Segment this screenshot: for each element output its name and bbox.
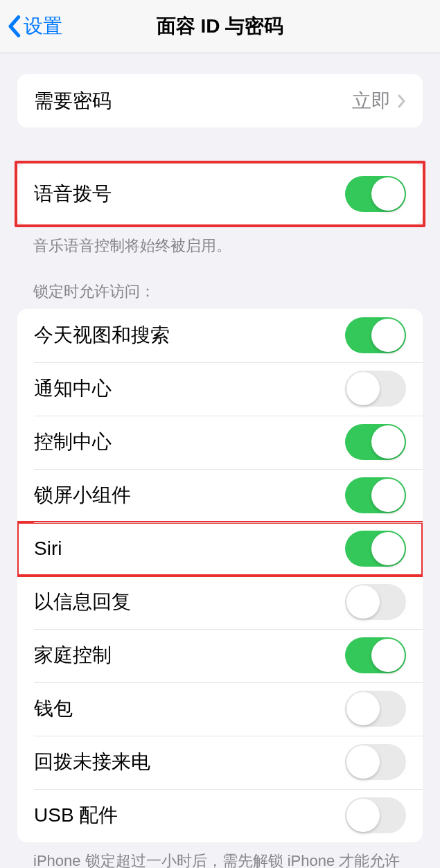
toggle-knob xyxy=(346,799,380,832)
voice-dial-toggle[interactable] xyxy=(345,176,406,212)
toggle-knob xyxy=(371,319,405,352)
toggle[interactable] xyxy=(345,424,406,460)
locked-access-label: USB 配件 xyxy=(34,802,345,829)
back-label: 设置 xyxy=(24,13,62,39)
toggle-knob xyxy=(346,372,380,405)
locked-access-row[interactable]: 控制中心 xyxy=(17,416,423,469)
locked-access-label: 通知中心 xyxy=(34,375,345,402)
highlight-voice-dial: 语音拨号 xyxy=(15,161,425,227)
toggle-knob xyxy=(371,425,405,459)
nav-bar: 设置 面容 ID 与密码 xyxy=(0,0,440,53)
toggle[interactable] xyxy=(345,371,406,407)
locked-access-header: 锁定时允许访问： xyxy=(0,281,440,309)
locked-access-row[interactable]: 通知中心 xyxy=(17,362,423,416)
toggle-knob xyxy=(371,639,405,672)
toggle[interactable] xyxy=(345,477,406,513)
toggle[interactable] xyxy=(345,584,406,620)
locked-access-row[interactable]: 家庭控制 xyxy=(17,629,423,682)
locked-access-label: 控制中心 xyxy=(34,429,345,455)
require-passcode-row[interactable]: 需要密码 立即 xyxy=(17,74,423,127)
toggle[interactable] xyxy=(345,691,406,727)
locked-access-row[interactable]: 今天视图和搜索 xyxy=(17,309,423,362)
locked-access-label: 家庭控制 xyxy=(34,642,345,668)
locked-access-row[interactable]: 锁屏小组件 xyxy=(17,469,423,522)
toggle-knob xyxy=(346,692,380,725)
toggle[interactable] xyxy=(345,317,406,353)
locked-access-label: 以信息回复 xyxy=(34,589,345,615)
toggle-knob xyxy=(346,745,380,779)
voice-dial-group: 语音拨号 xyxy=(17,163,423,224)
toggle[interactable] xyxy=(345,744,406,780)
locked-access-row[interactable]: USB 配件 xyxy=(17,789,423,842)
toggle[interactable] xyxy=(345,637,406,673)
voice-dial-label: 语音拨号 xyxy=(34,181,345,207)
page-title: 面容 ID 与密码 xyxy=(157,13,284,39)
locked-access-label: 今天视图和搜索 xyxy=(34,322,345,348)
toggle-knob xyxy=(371,532,405,565)
locked-access-row[interactable]: 以信息回复 xyxy=(17,576,423,629)
locked-access-label: 锁屏小组件 xyxy=(34,482,345,508)
locked-access-label: Siri xyxy=(34,538,345,560)
locked-access-row[interactable]: 回拨未接来电 xyxy=(17,736,423,789)
voice-dial-row[interactable]: 语音拨号 xyxy=(17,163,423,224)
locked-access-footer: iPhone 锁定超过一小时后，需先解锁 iPhone 才能允许 USB 配件连… xyxy=(0,842,440,868)
locked-access-row[interactable]: 钱包 xyxy=(17,682,423,736)
back-button[interactable]: 设置 xyxy=(7,13,62,39)
toggle-knob xyxy=(371,479,405,512)
voice-dial-footer: 音乐语音控制将始终被启用。 xyxy=(0,227,440,256)
passcode-group: 需要密码 立即 xyxy=(17,74,423,127)
toggle[interactable] xyxy=(345,531,406,567)
toggle-knob xyxy=(346,585,380,619)
locked-access-row[interactable]: Siri xyxy=(17,522,423,576)
toggle-knob xyxy=(371,177,405,211)
require-passcode-value: 立即 xyxy=(352,88,391,114)
chevron-right-icon xyxy=(398,94,406,108)
locked-access-label: 钱包 xyxy=(34,696,345,722)
chevron-left-icon xyxy=(7,15,21,38)
locked-access-label: 回拨未接来电 xyxy=(34,749,345,775)
toggle[interactable] xyxy=(345,797,406,833)
require-passcode-label: 需要密码 xyxy=(34,88,352,114)
locked-access-group: 今天视图和搜索通知中心控制中心锁屏小组件Siri以信息回复家庭控制钱包回拨未接来… xyxy=(17,309,423,842)
